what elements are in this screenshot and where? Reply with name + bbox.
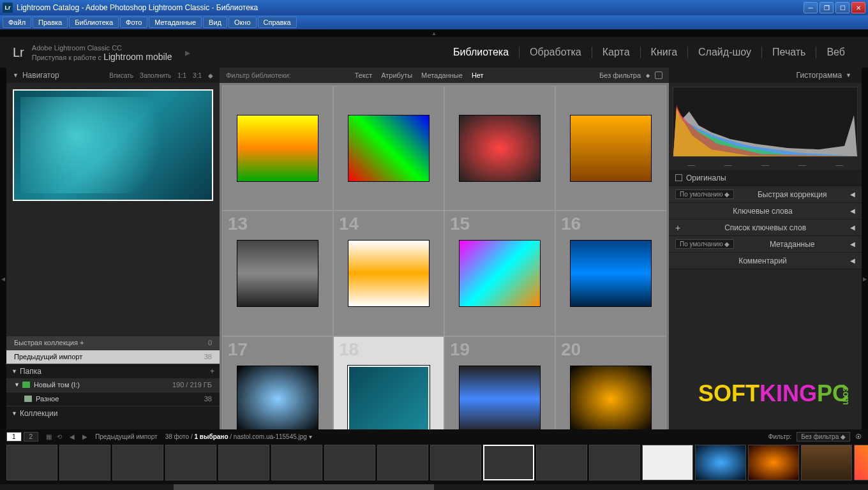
filmstrip-thumb[interactable] (430, 445, 481, 480)
filter-switch-icon[interactable]: ⦿ (855, 433, 862, 440)
collections-header[interactable]: ▼ Коллекции (6, 406, 220, 420)
menu-metadata[interactable]: Метаданные (149, 17, 202, 28)
checkbox-icon[interactable] (675, 174, 682, 181)
filmstrip-thumb[interactable] (854, 445, 868, 480)
filmstrip-thumb[interactable] (377, 445, 428, 480)
filter-preset-dropdown-icon[interactable]: ◆ (646, 73, 650, 78)
preset-dropdown[interactable]: По умолчанию ◆ (675, 189, 734, 199)
grid-cell[interactable] (444, 85, 555, 211)
filter-text[interactable]: Текст (355, 71, 373, 79)
module-print[interactable]: Печать (761, 47, 816, 58)
quick-develop-panel[interactable]: По умолчанию ◆ Быстрая коррекция ◀ (669, 186, 862, 203)
close-button[interactable]: ✕ (851, 2, 865, 13)
filmstrip-thumb-selected[interactable] (483, 445, 534, 480)
thumbnail (570, 366, 651, 433)
nav-fill[interactable]: Заполнить (140, 72, 171, 79)
navigator-preview[interactable] (13, 89, 213, 201)
minimize-button[interactable]: ─ (804, 2, 818, 13)
grid-view[interactable]: 13 14 15 16 17 18 19 20 (220, 83, 669, 464)
filmstrip-thumbs[interactable] (0, 443, 868, 484)
left-panel-toggle[interactable]: ◀ (0, 68, 6, 490)
filmstrip-scrollbar[interactable] (0, 484, 868, 490)
histogram-header[interactable]: Гистограмма ▼ (669, 68, 862, 83)
module-slideshow[interactable]: Слайд-шоу (687, 47, 761, 58)
originals-label: Оригиналы (686, 174, 726, 182)
menu-view[interactable]: Вид (203, 17, 227, 28)
cell-number: 19 (450, 339, 470, 360)
menu-photo[interactable]: Фото (120, 17, 147, 28)
module-book[interactable]: Книга (640, 47, 687, 58)
filmstrip-thumb[interactable] (112, 445, 163, 480)
grid-cell[interactable]: 16 (555, 211, 666, 336)
filter-none[interactable]: Нет (472, 71, 484, 79)
nav-fit[interactable]: Вписать (109, 72, 133, 79)
filmstrip-thumb[interactable] (271, 445, 322, 480)
metadata-panel[interactable]: По умолчанию ◆ Метаданные ◀ (669, 236, 862, 253)
grid-cell[interactable]: 15 (444, 211, 555, 336)
filmstrip-filter-dropdown[interactable]: Без фильтра ◆ (797, 432, 850, 442)
restore-button[interactable]: ❐ (819, 2, 834, 13)
jump-back-icon[interactable]: ⟲ (57, 433, 62, 440)
menu-help[interactable]: Справка (258, 17, 297, 28)
menu-window[interactable]: Окно (228, 17, 257, 28)
nav-back-icon[interactable]: ◀ (70, 433, 75, 440)
lock-icon[interactable] (655, 71, 662, 79)
metadata-preset-dropdown[interactable]: По умолчанию ◆ (675, 239, 734, 249)
menu-edit[interactable]: Правка (33, 17, 68, 28)
navigator-header[interactable]: ▼ Навигатор Вписать Заполнить 1:1 3:1 ◆ (6, 68, 220, 83)
module-develop[interactable]: Обработка (519, 47, 592, 58)
folder-row[interactable]: Разное 38 (6, 392, 220, 406)
grid-icon[interactable]: ▦ (46, 433, 52, 440)
breadcrumb[interactable]: Предыдущий импорт (95, 433, 158, 440)
module-library[interactable]: Библиотека (443, 47, 519, 58)
cell-number: 16 (561, 214, 581, 234)
filmstrip-thumb[interactable] (536, 445, 587, 480)
comments-panel[interactable]: Комментарий ◀ (669, 253, 862, 269)
right-panel-toggle[interactable]: ▶ (862, 68, 868, 490)
quick-collection-row[interactable]: Быстрая коллекция + 0 (6, 336, 220, 350)
nav-3to1[interactable]: 3:1 (193, 72, 202, 79)
menu-library[interactable]: Библиотека (69, 17, 119, 28)
nav-zoom-dropdown-icon[interactable]: ◆ (208, 72, 213, 79)
filter-preset[interactable]: Без фильтра (599, 71, 641, 79)
filmstrip-thumb[interactable] (748, 445, 799, 480)
add-folder-icon[interactable]: + (210, 367, 214, 376)
filmstrip-thumb[interactable] (324, 445, 375, 480)
originals-row[interactable]: Оригиналы (669, 170, 862, 186)
grid-cell[interactable] (222, 85, 333, 211)
library-filter-bar: Фильтр библиотеки: Текст Атрибуты Метада… (220, 68, 669, 83)
plus-icon[interactable]: + (675, 223, 680, 233)
monitor-2[interactable]: 2 (24, 432, 39, 442)
previous-import-row[interactable]: Предыдущий импорт 38 (6, 350, 220, 364)
grid-cell[interactable] (555, 85, 666, 211)
filter-attributes[interactable]: Атрибуты (381, 71, 412, 79)
filmstrip-thumb[interactable] (642, 445, 693, 480)
histogram[interactable] (673, 87, 858, 157)
menu-file[interactable]: Файл (3, 17, 31, 28)
keyword-list-panel[interactable]: + Список ключевых слов ◀ (669, 219, 862, 236)
grid-cell[interactable] (333, 85, 444, 211)
module-map[interactable]: Карта (592, 47, 640, 58)
filmstrip-thumb[interactable] (59, 445, 110, 480)
keywords-panel[interactable]: Ключевые слова ◀ (669, 203, 862, 219)
identity-dropdown-icon[interactable]: ▸ (185, 47, 190, 59)
filmstrip-thumb[interactable] (695, 445, 746, 480)
selected-count: 1 выбрано (194, 433, 228, 440)
breadcrumb-dropdown-icon[interactable]: ▾ (309, 433, 312, 440)
top-panel-toggle[interactable] (0, 29, 868, 37)
monitor-1[interactable]: 1 (6, 432, 22, 442)
filmstrip-thumb[interactable] (6, 445, 57, 480)
folders-header[interactable]: ▼ Папка + (6, 364, 220, 378)
nav-1to1[interactable]: 1:1 (177, 72, 186, 79)
drive-row[interactable]: ▼ Новый том (I:) 190 / 219 ГБ (6, 378, 220, 392)
filter-metadata[interactable]: Метаданные (421, 71, 463, 79)
filmstrip-thumb[interactable] (801, 445, 852, 480)
filmstrip-thumb[interactable] (165, 445, 216, 480)
grid-cell[interactable]: 13 (222, 211, 333, 336)
nav-forward-icon[interactable]: ▶ (82, 433, 87, 440)
maximize-button[interactable]: ☐ (835, 2, 849, 13)
filmstrip-thumb[interactable] (589, 445, 640, 480)
module-web[interactable]: Веб (816, 47, 855, 58)
filmstrip-thumb[interactable] (218, 445, 269, 480)
grid-cell[interactable]: 14 (333, 211, 444, 336)
